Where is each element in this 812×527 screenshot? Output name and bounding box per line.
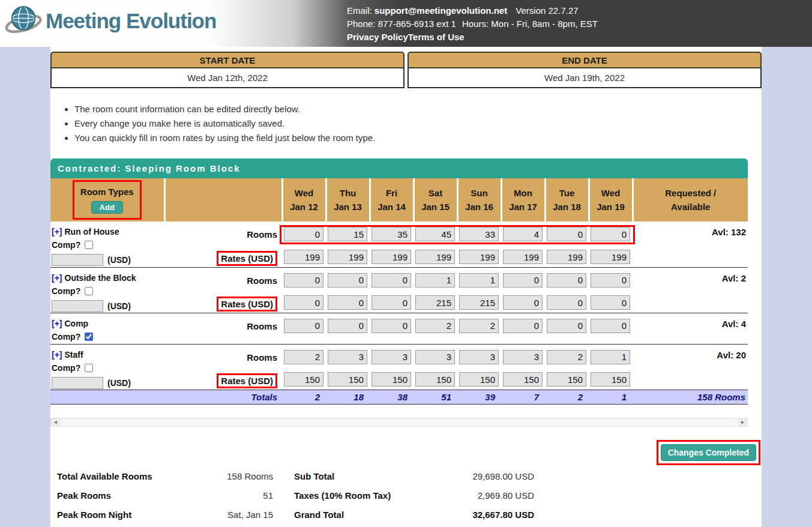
room-count-input[interactable] [503,350,543,364]
room-type-rooms-row: [+]Outside the Block Comp? (USD) Rooms A… [50,267,748,295]
rate-fill-input[interactable] [52,377,103,389]
room-rate-input[interactable] [591,295,630,310]
total-count: 38 [370,390,414,404]
room-count-input[interactable] [459,350,499,364]
room-rate-input[interactable] [547,295,586,310]
summary-section: Total Available Rooms158 Rooms Peak Room… [50,471,762,527]
room-rate-input[interactable] [503,295,543,310]
room-rate-input[interactable] [459,295,499,310]
day-date: Jan 17 [502,200,544,214]
room-rate-input[interactable] [371,372,411,387]
room-type-cell: [+]Outside the Block Comp? (USD) [50,267,164,313]
rate-fill-input[interactable] [52,254,103,266]
room-rate-input[interactable] [547,372,586,387]
expand-room-type-link[interactable]: [+] [52,319,62,328]
room-count-input[interactable] [415,273,455,288]
room-rate-input[interactable] [591,250,630,264]
room-count-input[interactable] [547,350,586,364]
comp-checkbox[interactable] [85,287,93,295]
expand-room-type-link[interactable]: [+] [52,350,62,360]
scroll-right-arrow-icon[interactable]: ► [738,418,747,426]
room-count-input[interactable] [371,273,411,288]
changes-completed-button[interactable]: Changes Completed [661,444,756,461]
room-count-input[interactable] [371,227,411,241]
room-rate-input[interactable] [415,372,455,387]
room-count-input[interactable] [503,227,543,241]
room-count-input[interactable] [328,273,367,288]
total-count: 2 [545,390,589,404]
room-rate-input[interactable] [284,250,323,264]
room-count-input[interactable] [547,319,586,333]
summary-label: Sub Total [294,471,334,481]
room-count-input[interactable] [503,319,543,333]
room-rate-input[interactable] [328,250,367,264]
start-date-column: START DATE Wed Jan 12th, 2022 [50,52,404,88]
room-count-input[interactable] [284,319,323,333]
room-rate-input[interactable] [371,295,411,310]
room-count-input[interactable] [459,319,499,333]
room-rate-input[interactable] [503,372,543,387]
room-count-input[interactable] [547,227,586,241]
room-count-input[interactable] [284,227,323,241]
header-contact-info: Email: support@meetingevolution.net Vers… [347,4,598,44]
expand-room-type-link[interactable]: [+] [52,227,62,236]
room-rate-input[interactable] [371,250,411,264]
room-rate-input[interactable] [503,250,543,264]
room-rate-input[interactable] [591,372,630,387]
room-rate-input[interactable] [547,250,586,264]
room-count-input[interactable] [547,273,586,288]
privacy-policy-link[interactable]: Privacy Policy [347,32,408,42]
changes-row: Changes Completed [50,440,762,465]
room-count-input[interactable] [284,273,323,288]
room-rate-input[interactable] [328,372,367,387]
day-dow: Mon [502,186,544,200]
table-header-row: Room Types Add WedJan 12 ThuJan 13 FriJa… [50,178,748,221]
room-count-input[interactable] [591,350,630,364]
available-line: Available [634,200,748,214]
room-count-input[interactable] [328,350,367,364]
terms-of-use-link[interactable]: Terms of Use [408,32,465,42]
add-room-type-button[interactable]: Add [91,201,123,214]
room-rate-input[interactable] [415,295,455,310]
room-count-input[interactable] [284,350,323,364]
room-count-input[interactable] [415,319,455,333]
room-count-input[interactable] [328,319,367,333]
horizontal-scrollbar[interactable]: ◄ ► [50,418,748,427]
room-rate-input[interactable] [284,295,323,310]
support-email-link[interactable]: support@meetingevolution.net [374,5,507,16]
room-count-input[interactable] [591,319,630,333]
available-count: Avl: 20 [633,344,748,390]
room-count-input[interactable] [415,227,455,241]
room-count-input[interactable] [591,273,630,288]
room-type-cell: [+]Staff Comp? (USD) [50,344,164,390]
usd-label: (USD) [107,255,131,265]
room-rate-input[interactable] [459,250,499,264]
comp-checkbox[interactable] [85,333,93,341]
room-rate-input[interactable] [415,250,455,264]
summary-row: Sub Total29,698.00 USD [294,471,534,481]
room-rate-input[interactable] [328,295,367,310]
room-count-input[interactable] [328,227,367,241]
scroll-left-arrow-icon[interactable]: ◄ [51,418,60,426]
room-count-input[interactable] [371,350,411,364]
comp-checkbox[interactable] [85,241,93,249]
expand-room-type-link[interactable]: [+] [52,273,62,283]
rate-fill-input[interactable] [52,300,103,312]
day-column-header: WedJan 12 [282,178,326,221]
room-count-input[interactable] [459,227,499,241]
day-date: Jan 16 [459,200,501,214]
room-count-input[interactable] [459,273,499,288]
day-column-header: WedJan 19 [589,178,633,221]
comp-label: Comp? [52,332,80,342]
day-column-header: ThuJan 13 [326,178,370,221]
room-count-input[interactable] [591,227,630,241]
room-count-input[interactable] [371,319,411,333]
start-date-value: Wed Jan 12th, 2022 [50,68,404,88]
room-rate-input[interactable] [284,372,323,387]
rates-row-label: Rates (USD) [217,373,277,388]
room-type-rooms-row: [+]Run of House Comp? (USD) Rooms Avl: 1… [50,221,748,249]
room-count-input[interactable] [415,350,455,364]
comp-checkbox[interactable] [85,364,93,372]
room-rate-input[interactable] [459,372,499,387]
room-count-input[interactable] [503,273,543,288]
